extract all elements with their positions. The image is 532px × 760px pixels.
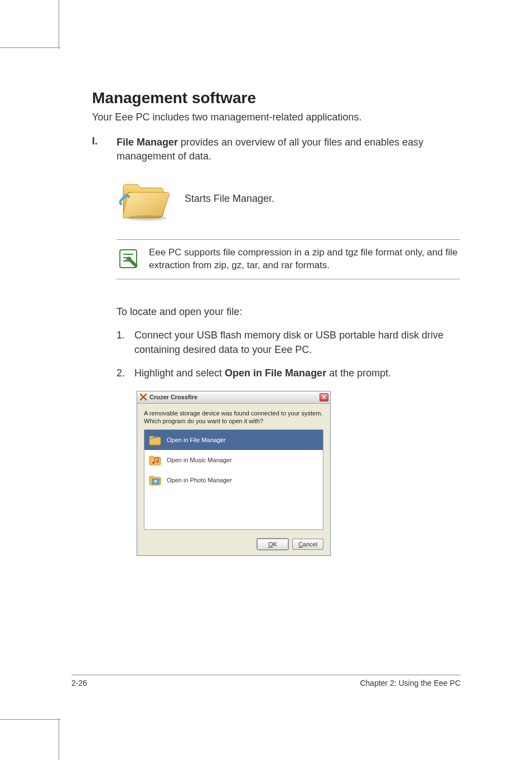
option-open-photo-manager[interactable]: Open in Photo Manager [144, 470, 323, 490]
step-item: 1. Connect your USB flash memory disk or… [117, 328, 460, 357]
note-box: Eee PC supports file compression in a zi… [117, 239, 460, 279]
page-footer: 2-26 Chapter 2: Using the Eee PC [71, 675, 461, 688]
dialog-window: Cruzer Crossfire A removable storage dev… [137, 391, 331, 556]
titlebar: Cruzer Crossfire [137, 391, 330, 404]
subheading: To locate and open your file: [117, 306, 460, 318]
step-num: 2. [117, 366, 134, 380]
section-marker: I. [92, 135, 117, 163]
section-title: File Manager [117, 137, 178, 148]
folder-icon [117, 173, 172, 224]
section-row: I. File Manager provides an overview of … [92, 135, 460, 163]
ok-button[interactable]: OK [257, 539, 288, 550]
dialog-footer: OK Cancel [137, 534, 330, 555]
dialog-screenshot: Cruzer Crossfire A removable storage dev… [137, 391, 460, 556]
step-item: 2. Highlight and select Open in File Man… [117, 366, 460, 380]
dialog-message: A removable storage device was found con… [144, 409, 323, 425]
step-body: Connect your USB flash memory disk or US… [134, 328, 460, 357]
dialog-title: Cruzer Crossfire [149, 394, 197, 400]
note-icon [117, 246, 141, 271]
chapter-label: Chapter 2: Using the Eee PC [360, 679, 461, 688]
photo-folder-icon [148, 473, 162, 487]
option-label: Open in File Manager [167, 437, 226, 443]
section-heading: Management software [92, 89, 460, 107]
doc-frame-left [0, 47, 60, 48]
note-text: Eee PC supports file compression in a zi… [149, 246, 460, 272]
doc-frame-top [59, 0, 59, 49]
step-body: Highlight and select Open in File Manage… [134, 366, 391, 380]
step-num: 1. [117, 328, 134, 357]
icon-row: Starts File Manager. [117, 173, 460, 224]
section-body: File Manager provides an overview of all… [117, 135, 460, 163]
svg-point-0 [128, 215, 167, 221]
intro-text: Your Eee PC includes two management-rela… [92, 112, 460, 123]
icon-caption: Starts File Manager. [185, 193, 274, 205]
page-content: Management software Your Eee PC includes… [92, 89, 460, 556]
option-label: Open in Photo Manager [167, 477, 232, 483]
page-number: 2-26 [71, 679, 87, 688]
doc-frame-bottom-v [59, 718, 59, 760]
music-folder-icon [148, 453, 162, 467]
svg-point-8 [154, 480, 157, 482]
cancel-button[interactable]: Cancel [292, 539, 323, 550]
option-label: Open in Music Manager [167, 457, 232, 463]
app-x-icon [139, 393, 147, 401]
option-open-music-manager[interactable]: Open in Music Manager [144, 450, 323, 470]
option-list: Open in File Manager Open in Music Manag… [144, 429, 323, 530]
doc-frame-bottom-h [0, 719, 60, 720]
close-button[interactable] [320, 393, 328, 401]
steps-list: 1. Connect your USB flash memory disk or… [117, 328, 460, 380]
dialog-body: A removable storage device was found con… [137, 404, 330, 535]
folder-small-icon [148, 433, 162, 447]
option-open-file-manager[interactable]: Open in File Manager [144, 430, 323, 450]
